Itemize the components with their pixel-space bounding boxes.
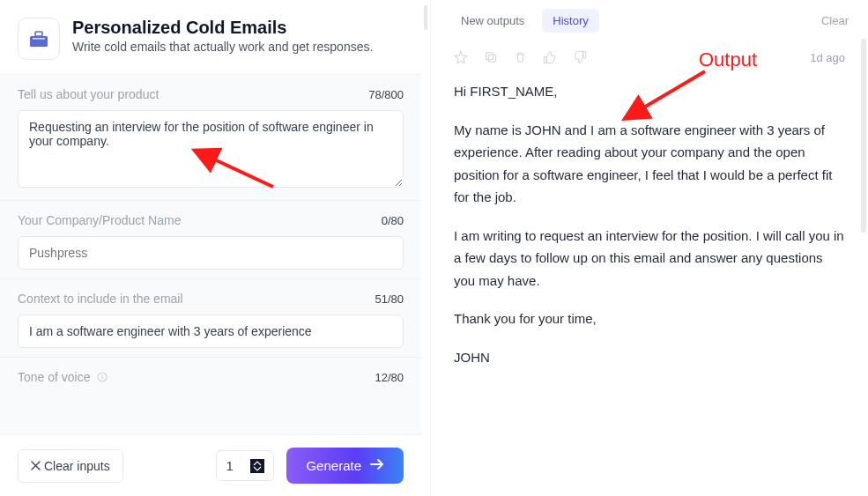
clear-history-link[interactable]: Clear xyxy=(821,14,849,27)
product-counter: 78/800 xyxy=(368,88,404,101)
tone-counter: 12/80 xyxy=(375,371,404,384)
output-toolbar: 1d ago xyxy=(454,50,845,64)
page-title: Personalized Cold Emails xyxy=(72,18,373,38)
clear-inputs-label: Clear inputs xyxy=(44,459,110,473)
svg-rect-5 xyxy=(102,376,103,379)
output-greeting: Hi FIRST_NAME, xyxy=(454,80,845,103)
company-label: Your Company/Product Name xyxy=(18,213,181,227)
stepper-icon[interactable] xyxy=(250,459,264,473)
output-signoff: JOHN xyxy=(454,346,845,369)
output-thanks: Thank you for your time, xyxy=(454,307,845,330)
product-textarea[interactable] xyxy=(18,110,404,188)
thumbs-up-icon[interactable] xyxy=(543,50,557,64)
left-panel: Personalized Cold Emails Write cold emai… xyxy=(0,0,421,496)
page-header: Personalized Cold Emails Write cold emai… xyxy=(0,0,421,74)
quantity-stepper[interactable]: 1 xyxy=(216,450,274,481)
trash-icon[interactable] xyxy=(514,50,527,64)
svg-rect-0 xyxy=(30,36,48,47)
output-para-1: My name is JOHN and I am a software engi… xyxy=(454,119,845,209)
form-area: Tell us about your product 78/800 Your C… xyxy=(0,74,421,434)
copy-icon[interactable] xyxy=(484,50,498,64)
star-icon[interactable] xyxy=(454,50,468,64)
tab-history[interactable]: History xyxy=(542,9,598,33)
context-counter: 51/80 xyxy=(375,292,404,306)
tab-new-outputs[interactable]: New outputs xyxy=(450,9,535,33)
output-timestamp: 1d ago xyxy=(810,51,845,64)
output-card: 1d ago Hi FIRST_NAME, My name is JOHN an… xyxy=(431,38,868,393)
output-para-2: I am writing to request an interview for… xyxy=(454,225,845,292)
arrow-right-icon xyxy=(370,458,384,473)
generate-label: Generate xyxy=(306,458,361,473)
quantity-value: 1 xyxy=(226,458,234,473)
context-label: Context to include in the email xyxy=(18,292,183,306)
svg-point-4 xyxy=(102,374,104,376)
product-label: Tell us about your product xyxy=(18,87,159,101)
scrollbar[interactable] xyxy=(861,39,866,233)
tone-label: Tone of voice xyxy=(18,370,108,385)
svg-rect-6 xyxy=(488,55,495,62)
company-counter: 0/80 xyxy=(382,214,404,227)
drag-handle-icon xyxy=(424,5,427,30)
company-input[interactable] xyxy=(18,236,404,270)
generate-button[interactable]: Generate xyxy=(286,448,404,484)
svg-rect-1 xyxy=(33,38,45,40)
thumbs-down-icon[interactable] xyxy=(573,50,587,64)
tool-icon xyxy=(18,18,60,60)
page-subtitle: Write cold emails that actually work and… xyxy=(72,40,373,54)
svg-rect-2 xyxy=(35,32,42,36)
output-tabs: New outputs History Clear xyxy=(431,0,868,38)
close-icon xyxy=(31,459,41,473)
svg-rect-7 xyxy=(486,53,493,60)
context-input[interactable] xyxy=(18,315,404,348)
output-body: Hi FIRST_NAME, My name is JOHN and I am … xyxy=(454,80,845,368)
bottom-bar: Clear inputs 1 Generate xyxy=(0,434,421,496)
clear-inputs-button[interactable]: Clear inputs xyxy=(18,449,123,483)
info-icon xyxy=(97,371,108,385)
panel-divider[interactable] xyxy=(421,0,430,496)
right-panel: New outputs History Clear xyxy=(430,0,868,496)
